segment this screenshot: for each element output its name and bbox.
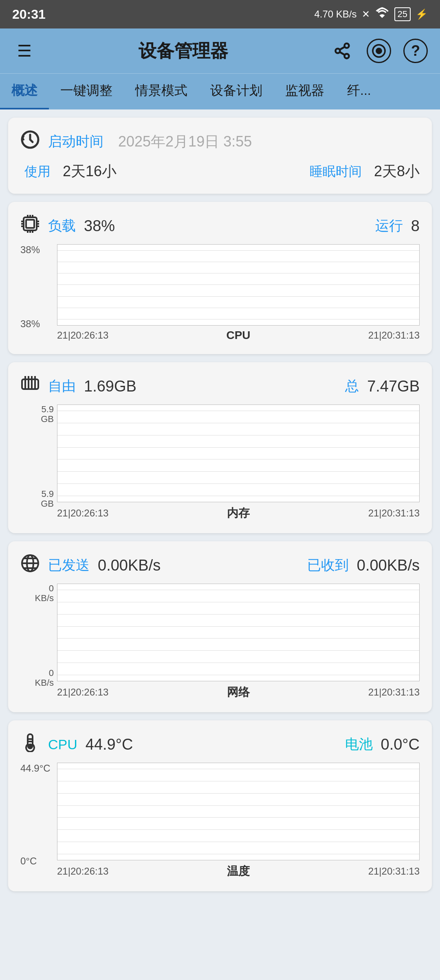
tab-scene-mode[interactable]: 情景模式 (124, 74, 199, 109)
net-y-labels: 0KB/s 0KB/s (20, 584, 57, 688)
tab-monitor[interactable]: 监视器 (274, 74, 336, 109)
network-card: 已发送 0.00KB/s 已收到 0.00KB/s 0KB/s 0KB/s (8, 541, 432, 712)
mem-free-label: 自由 (48, 377, 76, 396)
usage-label: 使用 (24, 163, 51, 181)
network-chart: 0KB/s 0KB/s 21|20:26:13 网络 21|20:31:13 (20, 584, 420, 700)
app-header: ☰ 设备管理器 ? (0, 28, 440, 73)
net-recv-value: 0.00KB/s (357, 557, 420, 574)
mem-chart-area (57, 405, 420, 502)
net-chart-footer: 21|20:26:13 网络 21|20:31:13 (57, 685, 420, 700)
net-recv-label: 已收到 (307, 556, 349, 575)
cpu-load-label: 负载 (48, 217, 76, 235)
temperature-card: CPU 44.9°C 电池 0.0°C 44.9°C 0°C (8, 720, 432, 891)
svg-line-3 (340, 52, 345, 55)
boot-time-card: 启动时间 2025年2月19日 3:55 使用 2天16小 睡眠时间 2天8小 (8, 118, 432, 194)
charging-icon: ⚡ (416, 9, 428, 20)
tab-bar: 概述 一键调整 情景模式 设备计划 监视器 纤... (0, 73, 440, 109)
thermometer-icon (20, 733, 40, 756)
cpu-icon (20, 214, 40, 238)
memory-icon (20, 374, 40, 398)
sleep-label: 睡眠时间 (310, 163, 362, 181)
temp-chart-footer: 21|20:26:13 温度 21|20:31:13 (57, 864, 420, 879)
cpu-time-right: 21|20:31:13 (368, 330, 420, 341)
memory-chart: 5.9GB 5.9GB 21|20:26:13 内存 21|20:31:13 (20, 405, 420, 521)
cpu-run-value: 8 (411, 217, 420, 235)
boot-icon (20, 130, 40, 153)
cpu-y-labels: 38% 38% (20, 244, 57, 330)
main-content: 启动时间 2025年2月19日 3:55 使用 2天16小 睡眠时间 2天8小 (0, 109, 440, 899)
cpu-chart-label: CPU (226, 329, 250, 342)
wifi-icon (375, 6, 389, 23)
record-button[interactable] (367, 39, 391, 63)
svg-point-5 (376, 48, 381, 53)
usage-value: 2天16小 (63, 162, 117, 182)
cpu-chart-area (57, 244, 420, 326)
boot-datetime: 2025年2月19日 3:55 (118, 132, 252, 152)
status-time: 20:31 (12, 7, 46, 22)
tab-overview[interactable]: 概述 (0, 74, 49, 109)
cpu-chart: 38% 38% 21|20:26:13 CPU 21|20:31:13 (20, 244, 420, 342)
tab-device-plan[interactable]: 设备计划 (199, 74, 274, 109)
net-chart-area (57, 584, 420, 681)
temp-chart-label: 温度 (227, 864, 250, 879)
svg-point-2 (345, 54, 349, 58)
status-bar: 20:31 4.70 KB/s ✕ 25 ⚡ (0, 0, 440, 28)
temp-y-labels: 44.9°C 0°C (20, 763, 57, 867)
help-button[interactable]: ? (403, 39, 428, 63)
cpu-chart-footer: 21|20:26:13 CPU 21|20:31:13 (57, 329, 420, 342)
share-button[interactable] (330, 39, 354, 63)
mem-time-right: 21|20:31:13 (368, 508, 420, 519)
tab-more[interactable]: 纤... (336, 74, 383, 109)
svg-point-1 (336, 49, 340, 53)
app-title: 设备管理器 (49, 39, 318, 63)
mem-chart-footer: 21|20:26:13 内存 21|20:31:13 (57, 505, 420, 521)
svg-point-0 (345, 44, 349, 48)
mem-y-labels: 5.9GB 5.9GB (20, 405, 57, 509)
net-time-left: 21|20:26:13 (57, 687, 108, 698)
cpu-run-label: 运行 (375, 217, 403, 235)
network-icon (20, 553, 40, 577)
cpu-time-left: 21|20:26:13 (57, 330, 108, 341)
net-sent-value: 0.00KB/s (98, 557, 161, 574)
x-icon: ✕ (362, 9, 370, 20)
svg-point-38 (28, 744, 32, 748)
temp-chart-area (57, 763, 420, 860)
cpu-load-value: 38% (84, 217, 115, 235)
battery-indicator: 25 (394, 7, 411, 21)
mem-time-left: 21|20:26:13 (57, 508, 108, 519)
svg-line-4 (340, 47, 345, 50)
tab-quick-adjust[interactable]: 一键调整 (49, 74, 124, 109)
temp-battery-value: 0.0°C (381, 736, 420, 753)
memory-card: 自由 1.69GB 总 7.47GB 5.9GB 5.9GB (8, 362, 432, 533)
mem-total-label: 总 (345, 377, 359, 396)
mem-free-value: 1.69GB (84, 378, 136, 395)
temp-cpu-value: 44.9°C (86, 736, 133, 753)
mem-total-value: 7.47GB (367, 378, 420, 395)
svg-rect-9 (26, 220, 34, 228)
temp-cpu-label: CPU (48, 737, 77, 752)
menu-button[interactable]: ☰ (12, 39, 37, 63)
temp-time-left: 21|20:26:13 (57, 866, 108, 877)
boot-label: 启动时间 (48, 132, 103, 151)
temp-battery-label: 电池 (345, 735, 373, 754)
mem-chart-label: 内存 (227, 505, 250, 521)
network-speed: 4.70 KB/s (314, 9, 356, 20)
net-sent-label: 已发送 (48, 556, 90, 575)
sleep-value: 2天8小 (374, 162, 420, 182)
cpu-card: 负载 38% 运行 8 38% 38% (8, 202, 432, 354)
status-icons: 4.70 KB/s ✕ 25 ⚡ (314, 6, 428, 23)
temp-time-right: 21|20:31:13 (368, 866, 420, 877)
net-time-right: 21|20:31:13 (368, 687, 420, 698)
net-chart-label: 网络 (227, 685, 250, 700)
temp-chart: 44.9°C 0°C 21|20:26:13 温度 21|20:31:13 (20, 763, 420, 879)
